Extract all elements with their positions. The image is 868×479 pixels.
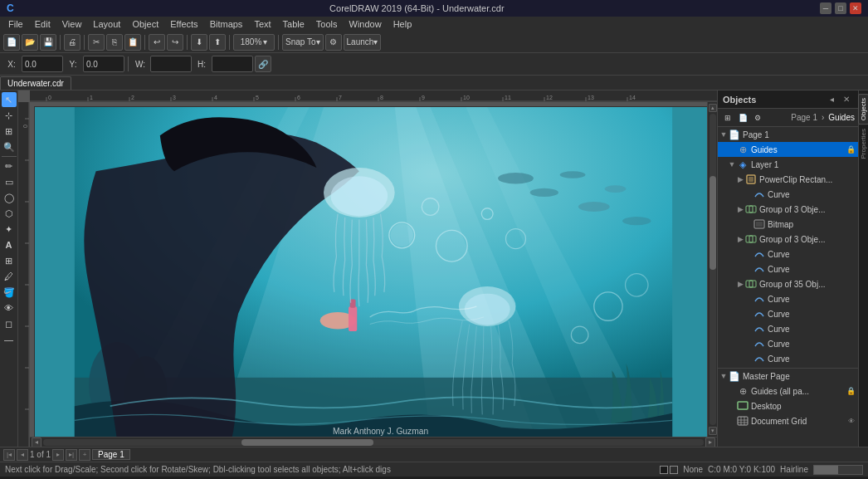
zoom-tool[interactable]: 🔍 [2,139,17,154]
scroll-track[interactable] [43,439,704,446]
add-page-button[interactable]: + [79,449,90,461]
menu-effects[interactable]: Effects [165,18,202,30]
connector-tool[interactable]: — [2,332,17,347]
last-page-button[interactable]: ▸| [66,449,77,461]
expand-icon-powerclip[interactable]: ▶ [736,173,744,186]
tree-item-masterpage[interactable]: ▼ 📄 Master Page [718,368,858,384]
menu-text[interactable]: Text [249,18,276,30]
zoom-input-wrapper[interactable]: 180% ▾ [233,34,275,51]
menu-file[interactable]: File [3,18,28,30]
print-button[interactable]: 🖨 [64,34,80,51]
properties-tab[interactable]: Properties [859,125,868,162]
expand-icon-g3b[interactable]: ▶ [736,232,744,246]
zoom-slider[interactable] [813,465,863,475]
copy-button[interactable]: ⎘ [106,34,123,51]
vscroll-track[interactable] [710,114,716,425]
menu-layout[interactable]: Layout [88,18,125,30]
panel-expand-button[interactable]: ◂ [825,93,838,106]
menu-edit[interactable]: Edit [30,18,56,30]
expand-icon-guides[interactable] [728,143,736,156]
eraser-tool[interactable]: ◻ [2,316,17,331]
tree-item-guides[interactable]: ⊕ Guides 🔒 [718,142,858,157]
menu-help[interactable]: Help [388,18,417,30]
maximize-button[interactable]: □ [835,2,846,14]
menu-window[interactable]: Window [344,18,387,30]
expand-icon-g3a[interactable]: ▶ [736,203,744,216]
tree-item-guides-all[interactable]: ⊕ Guides (all pa... 🔒 [718,384,858,398]
tree-item-group35[interactable]: ▶ Group of 35 Obj... [718,276,858,291]
tree-item-curve4[interactable]: Curve [718,291,858,306]
eyedrop-tool[interactable]: 👁 [2,301,17,315]
pen-tool[interactable]: 🖊 [2,269,17,284]
table-tool[interactable]: ⊞ [2,253,17,268]
new-layer-button[interactable]: ⊞ [721,111,734,125]
tree-item-page1[interactable]: ▼ 📄 Page 1 [718,127,858,142]
close-button[interactable]: ✕ [850,2,861,14]
menu-view[interactable]: View [57,18,87,30]
tree-item-desktop[interactable]: Desktop [718,398,858,413]
star-tool[interactable]: ✦ [2,222,17,237]
objects-tab[interactable]: Objects [858,94,868,125]
layer-properties-button[interactable]: ⚙ [751,111,764,125]
tree-item-curve3[interactable]: Curve [718,261,858,276]
import-button[interactable]: ⬇ [191,34,207,51]
height-input[interactable] [212,56,253,72]
tree-item-curve7[interactable]: Curve [718,336,858,351]
tree-item-curve6[interactable]: Curve [718,321,858,336]
artwork-canvas[interactable]: Mark Anthony J. Guzman [34,106,713,442]
menu-bitmaps[interactable]: Bitmaps [205,18,248,30]
expand-icon-layer1[interactable]: ▼ [728,158,736,171]
tree-item-group3a[interactable]: ▶ Group of 3 Obje... [718,202,858,217]
objects-tree[interactable]: ▼ 📄 Page 1 ⊕ Guides 🔒 ▼ ◈ Layer 1 ▶ [718,127,858,447]
vertical-scrollbar[interactable]: ▴ ▾ [707,102,717,437]
rectangle-tool[interactable]: ▭ [2,174,17,189]
scroll-right-button[interactable]: ▸ [705,437,715,447]
tree-item-bitmap[interactable]: Bitmap [718,217,858,232]
minimize-button[interactable]: ─ [820,2,831,14]
width-input[interactable] [150,56,192,72]
select-tool[interactable]: ↖ [2,92,17,107]
ellipse-tool[interactable]: ◯ [2,190,17,205]
polygon-tool[interactable]: ⬡ [2,206,17,221]
menu-table[interactable]: Table [278,18,310,30]
canvas-area[interactable]: 0 1 2 3 4 5 6 7 8 9 10 [18,90,717,447]
new-master-page-button[interactable]: 📄 [736,111,749,125]
scroll-left-button[interactable]: ◂ [32,437,41,447]
expand-icon-g35[interactable]: ▶ [736,277,744,291]
horizontal-scrollbar[interactable]: ◂ ▸ [30,437,717,447]
menu-tools[interactable]: Tools [311,18,343,30]
tree-item-curve2[interactable]: Curve [718,247,858,261]
scroll-up-button[interactable]: ▴ [709,104,717,112]
menu-object[interactable]: Object [127,18,163,30]
tree-item-curve8[interactable]: Curve [718,351,858,366]
first-page-button[interactable]: |◂ [3,449,15,461]
expand-icon-page1[interactable]: ▼ [719,128,728,141]
page-tab[interactable]: Page 1 [92,449,130,460]
save-button[interactable]: 💾 [40,34,56,51]
zoom-dropdown-icon[interactable]: ▾ [263,37,267,46]
panel-close-button[interactable]: ✕ [840,93,853,106]
tree-item-layer1[interactable]: ▼ ◈ Layer 1 [718,157,858,172]
tree-item-curve1[interactable]: Curve [718,187,858,202]
expand-icon-master[interactable]: ▼ [719,369,728,383]
snap-to-button[interactable]: Snap To ▾ [282,34,324,51]
scroll-thumb[interactable] [241,439,373,446]
tree-item-group3b[interactable]: ▶ Group of 3 Obje... [718,232,858,247]
new-button[interactable]: 📄 [3,34,20,51]
lock-ratio-button[interactable]: 🔗 [255,56,271,72]
freehand-tool[interactable]: ✏ [2,159,17,174]
crop-tool[interactable]: ⊞ [2,124,17,139]
tree-item-powerclip[interactable]: ▶ PowerClip Rectan... [718,172,858,187]
node-tool[interactable]: ⊹ [2,108,17,123]
y-input[interactable] [83,56,124,72]
next-page-button[interactable]: ▸ [52,449,64,461]
tree-item-docgrid[interactable]: Document Grid 👁 [718,413,858,428]
redo-button[interactable]: ↪ [167,34,183,51]
prev-page-button[interactable]: ◂ [17,449,28,461]
fill-tool[interactable]: 🪣 [2,285,17,300]
tree-item-curve5[interactable]: Curve [718,306,858,321]
export-button[interactable]: ⬆ [209,34,226,51]
cut-button[interactable]: ✂ [88,34,105,51]
launch-button[interactable]: Launch ▾ [344,34,382,51]
settings-button[interactable]: ⚙ [325,34,342,51]
